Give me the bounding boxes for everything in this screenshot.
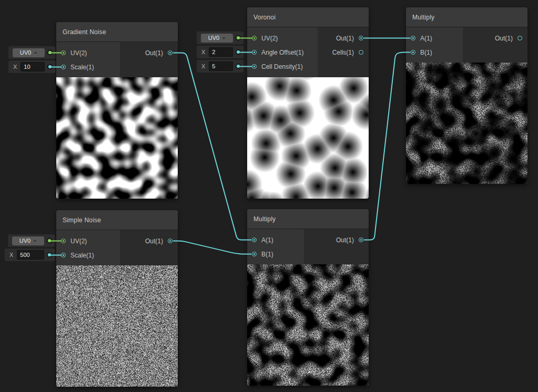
preview-simple-noise — [56, 265, 178, 387]
preview-multiply-noise — [247, 264, 369, 386]
socket-dot[interactable] — [44, 249, 55, 261]
wire-simple-out-to-multiply-b[interactable] — [174, 241, 251, 254]
port-out[interactable]: Out(1) — [463, 31, 527, 45]
port-cells[interactable]: Cells(1) — [318, 45, 369, 59]
uv-channel-dropdown[interactable]: UV0 ▼ — [12, 236, 44, 245]
input-port-icon[interactable] — [61, 239, 66, 243]
socket-dot[interactable] — [233, 32, 243, 44]
port-out[interactable]: Out(1) — [318, 31, 369, 45]
preview-multiply-final — [406, 63, 527, 184]
uv-channel-dropdown[interactable]: UV0 ▼ — [13, 48, 45, 57]
gradient-uv-widget: UV0 ▼ — [8, 46, 55, 59]
port-a[interactable]: A(1) — [247, 233, 304, 247]
socket-dot[interactable] — [45, 60, 55, 73]
output-port-icon[interactable] — [168, 50, 172, 55]
chevron-down-icon: ▼ — [33, 51, 38, 55]
port-a[interactable]: A(1) — [406, 31, 463, 45]
wire-multiply-out-to-multiply-b[interactable] — [364, 53, 410, 240]
socket-dot[interactable] — [233, 46, 243, 58]
input-port-icon[interactable] — [61, 65, 66, 69]
port-scale[interactable]: Scale(1) — [56, 248, 120, 262]
node-simple-noise-titlebar[interactable]: Simple Noise — [56, 210, 178, 230]
port-angle-offset[interactable]: Angle Offset(1) — [247, 45, 318, 59]
port-scale[interactable]: Scale(1) — [56, 60, 120, 74]
chevron-down-icon: ▼ — [221, 36, 226, 40]
wire-gradient-out-to-multiply-a[interactable] — [174, 53, 251, 240]
port-out[interactable]: Out(1) — [304, 233, 369, 247]
node-multiply-final[interactable]: Multiply A(1) B(1) Out(1) — [406, 7, 527, 184]
input-port-icon[interactable] — [252, 238, 257, 242]
node-title: Gradient Noise — [63, 28, 106, 36]
port-b[interactable]: B(1) — [247, 247, 304, 261]
voronoi-uv-widget: UV0 ▼ — [197, 32, 243, 44]
graph-canvas[interactable]: Gradient Noise UV(2) Scale(1) Out(1) — [0, 0, 538, 392]
simple-uv-widget: UV0 ▼ — [8, 234, 55, 247]
output-port-icon[interactable] — [359, 36, 363, 40]
socket-dot[interactable] — [44, 234, 55, 247]
node-multiply-noise-titlebar[interactable]: Multiply — [247, 209, 369, 229]
cell-density-value-input[interactable]: 5 — [209, 61, 233, 71]
input-port-icon[interactable] — [252, 50, 257, 55]
node-simple-noise[interactable]: Simple Noise UV(2) Scale(1) Out(1) — [56, 210, 178, 387]
input-port-icon[interactable] — [252, 252, 257, 256]
node-title: Simple Noise — [63, 216, 101, 224]
port-uv[interactable]: UV(2) — [247, 31, 318, 45]
scale-value-input[interactable]: 500 — [17, 250, 44, 260]
output-port-icon[interactable] — [517, 36, 522, 40]
gradient-scale-widget: X 10 — [8, 60, 55, 73]
output-port-icon[interactable] — [359, 50, 363, 55]
socket-dot[interactable] — [233, 60, 243, 73]
socket-dot[interactable] — [45, 46, 55, 59]
port-out[interactable]: Out(1) — [120, 46, 178, 60]
preview-voronoi — [247, 77, 369, 199]
port-b[interactable]: B(1) — [406, 45, 463, 59]
input-port-icon[interactable] — [252, 36, 257, 40]
input-port-icon[interactable] — [61, 50, 66, 55]
input-port-icon[interactable] — [61, 253, 66, 257]
output-port-icon[interactable] — [359, 238, 363, 242]
node-multiply-noise[interactable]: Multiply A(1) B(1) Out(1) — [247, 209, 369, 386]
angle-offset-value-input[interactable]: 2 — [209, 47, 233, 57]
chevron-down-icon: ▼ — [33, 239, 37, 243]
input-port-icon[interactable] — [252, 64, 257, 69]
voronoi-cell-density-widget: X 5 — [197, 60, 243, 73]
output-port-icon[interactable] — [168, 239, 172, 243]
node-voronoi-titlebar[interactable]: Voronoi — [247, 7, 369, 27]
port-cell-density[interactable]: Cell Density(1) — [247, 59, 318, 74]
preview-gradient-noise — [56, 77, 178, 199]
voronoi-angle-offset-widget: X 2 — [197, 46, 243, 58]
simple-scale-widget: X 500 — [5, 249, 55, 261]
node-gradient-noise-titlebar[interactable]: Gradient Noise — [56, 22, 178, 42]
port-uv[interactable]: UV(2) — [56, 234, 120, 248]
node-title: Multiply — [412, 14, 434, 21]
node-gradient-noise[interactable]: Gradient Noise UV(2) Scale(1) Out(1) — [56, 22, 178, 199]
scale-value-input[interactable]: 10 — [21, 62, 45, 71]
uv-channel-dropdown[interactable]: UV0 ▼ — [201, 34, 233, 43]
node-title: Voronoi — [253, 14, 276, 21]
port-uv[interactable]: UV(2) — [56, 46, 120, 60]
node-voronoi[interactable]: Voronoi UV(2) Angle Offset(1) Cell Densi… — [247, 7, 369, 199]
node-title: Multiply — [253, 215, 276, 223]
port-out[interactable]: Out(1) — [120, 234, 178, 248]
input-port-icon[interactable] — [411, 36, 415, 40]
input-port-icon[interactable] — [411, 50, 415, 55]
node-multiply-final-titlebar[interactable]: Multiply — [406, 7, 527, 27]
